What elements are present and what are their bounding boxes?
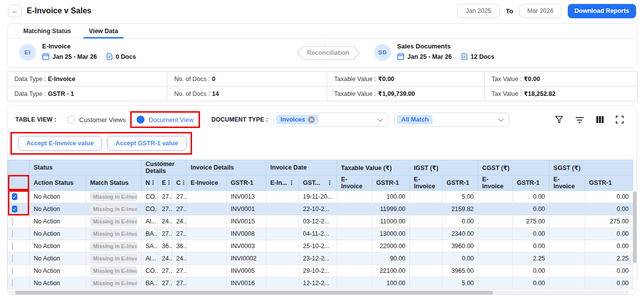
taxable-einvoice-cell — [337, 277, 372, 290]
taxable-gstr1-cell: 100.00 — [372, 191, 410, 203]
reconciliation-tag: Reconciliation — [297, 46, 360, 60]
select-all-checkbox[interactable] — [12, 179, 13, 187]
reconciliation-label: Reconciliation — [297, 46, 360, 60]
accept-einvoice-value-button[interactable]: Accept E-Invoice value — [18, 136, 102, 151]
taxable-einvoice-cell — [337, 253, 372, 265]
summary-row-gstr1: Data Type :GSTR - 1 No. of Docs :14 Taxa… — [7, 86, 638, 101]
docs-label: No. of Docs : — [174, 76, 210, 83]
igst-gstr1-cell: 2340.00 — [443, 228, 478, 240]
invoice-no-einvoice-cell — [187, 191, 227, 203]
group-taxable-value: Taxable Value (₹) — [337, 160, 410, 175]
cgst-gstr1-cell: 2.25 — [513, 253, 549, 265]
einvoice-title: E-Invoice — [42, 43, 136, 50]
column-menu-icon[interactable]: ⋮ — [289, 179, 295, 186]
customer-gstin-einvoice-cell: 27... — [158, 277, 172, 290]
igst-einvoice-cell — [410, 191, 443, 203]
vertical-scrollbar[interactable] — [633, 191, 637, 263]
col-cgst-gstr1: GSTR-1 — [513, 175, 549, 191]
column-menu-icon[interactable]: ⋮ — [181, 179, 187, 186]
accept-gstr1-value-button[interactable]: Accept GSTR-1 value — [107, 136, 186, 151]
column-menu-icon[interactable]: ⋮ — [166, 179, 172, 186]
action-status-cell: No Action — [30, 265, 86, 277]
customer-gstin-einvoice-cell: 27... — [158, 265, 172, 277]
radio-selected-icon[interactable] — [137, 116, 145, 124]
document-icon — [461, 53, 468, 60]
invoice-no-gstr1-cell: INV0005 — [227, 265, 266, 277]
sales-source: SD Sales Documents Jan 25 - Mar 26 12 Do… — [374, 43, 495, 61]
filter-lines-icon[interactable] — [575, 116, 584, 124]
horizontal-scrollbar[interactable] — [15, 291, 493, 295]
igst-gstr1-cell: 0.00 — [443, 253, 478, 265]
taxable-gstr1-cell: 22100.00 — [372, 265, 410, 277]
remove-chip-icon[interactable]: ✕ — [308, 116, 315, 123]
taxable-label: Taxable Value : — [334, 90, 376, 97]
igst-einvoice-cell — [410, 265, 443, 277]
calendar-icon — [42, 53, 50, 60]
download-reports-button[interactable]: Download Reports — [568, 4, 636, 18]
invoice-date-einvoice-cell — [266, 203, 299, 215]
tab-matching-status[interactable]: Matching Status — [14, 24, 80, 38]
igst-gstr1-cell: 0.00 — [443, 215, 478, 228]
igst-gstr1-cell: 3960.00 — [443, 240, 478, 253]
invoice-date-einvoice-cell — [266, 253, 299, 265]
table-controls: TABLE VIEW : Customer Views Document Vie… — [7, 112, 637, 127]
back-button[interactable]: ← — [8, 5, 22, 17]
row-checkbox[interactable] — [12, 267, 13, 275]
column-menu-icon[interactable]: ⋮ — [150, 179, 156, 186]
sgst-gstr1-cell: 0.00 — [585, 265, 633, 277]
radio-unselected-icon[interactable] — [67, 116, 75, 124]
tab-view-data[interactable]: View Data — [80, 24, 127, 38]
row-checkbox[interactable] — [12, 217, 13, 225]
fullscreen-icon[interactable] — [616, 116, 624, 124]
sgst-gstr1-cell: 0.00 — [585, 228, 633, 240]
customer-gstin-einvoice-cell: 36... — [158, 240, 172, 253]
date-to-input[interactable]: Mar 2026 — [519, 4, 562, 18]
data-type-value: GSTR - 1 — [48, 90, 74, 97]
customer-name-cell: Al... — [142, 253, 158, 265]
igst-gstr1-cell: 5.00 — [443, 277, 478, 290]
row-checkbox[interactable] — [12, 230, 13, 238]
column-menu-icon[interactable]: ⋮ — [327, 179, 333, 186]
radio-document-view[interactable]: Document View — [137, 116, 194, 124]
sgst-gstr1-cell: 0.00 — [585, 277, 633, 290]
row-checkbox[interactable]: ✓ — [12, 206, 17, 213]
row-checkbox[interactable]: ✓ — [12, 193, 17, 200]
customer-gstin-einvoice-cell: 27... — [158, 191, 172, 203]
radio-customer-views[interactable]: Customer Views — [67, 116, 126, 124]
col-label: N — [146, 179, 150, 186]
all-match-chip-label: All Match — [401, 116, 429, 123]
row-checkbox[interactable] — [12, 279, 13, 287]
cgst-gstr1-cell: 0.00 — [513, 265, 549, 277]
row-checkbox[interactable] — [12, 255, 13, 262]
col-invoice-einvoice: E-Invoice — [187, 175, 227, 191]
igst-einvoice-cell — [410, 277, 443, 290]
columns-icon[interactable] — [596, 116, 604, 124]
col-taxable-gstr1: GSTR-1 — [372, 175, 410, 191]
group-header-row: Status Customer Details Invoice Details … — [8, 160, 633, 175]
taxable-value: ₹0.00 — [378, 76, 395, 83]
date-from-input[interactable]: Jan 2025 — [457, 4, 500, 18]
taxable-gstr1-cell: 13000.00 — [372, 228, 410, 240]
document-type-select[interactable]: Invoices ✕ — [274, 113, 389, 127]
match-status-badge: Missing in E-Invo — [90, 242, 137, 251]
table-row: ✓No ActionMissing in E-InvoCO...27...27.… — [8, 191, 633, 203]
invoice-date-gstr1-cell: 23-12-2... — [299, 253, 337, 265]
filter-icon[interactable] — [555, 116, 563, 124]
data-type-value: E-Invoice — [48, 76, 76, 83]
action-status-cell: No Action — [30, 191, 86, 203]
summary-row-einvoice: Data Type :E-Invoice No. of Docs :0 Taxa… — [7, 72, 638, 86]
match-status-cell: Missing in E-Invo — [86, 191, 142, 203]
igst-gstr1-cell: 5.00 — [443, 191, 478, 203]
row-checkbox[interactable] — [12, 242, 13, 250]
match-filter-select[interactable]: All Match — [395, 113, 509, 127]
group-igst: IGST (₹) — [410, 160, 478, 175]
cgst-gstr1-cell: 0.00 — [513, 240, 549, 253]
docs-value: 14 — [212, 90, 219, 97]
table-row: No ActionMissing in E-InvoAl...24...24..… — [8, 215, 633, 228]
invoice-no-einvoice-cell — [187, 228, 227, 240]
invoice-no-gstr1-cell: INV0013 — [227, 191, 266, 203]
customer-gstin-gstr1-cell: 24... — [172, 215, 187, 228]
invoice-no-einvoice-cell — [187, 240, 227, 253]
igst-einvoice-cell — [410, 215, 443, 228]
invoices-chip-label: Invoices — [280, 116, 305, 123]
